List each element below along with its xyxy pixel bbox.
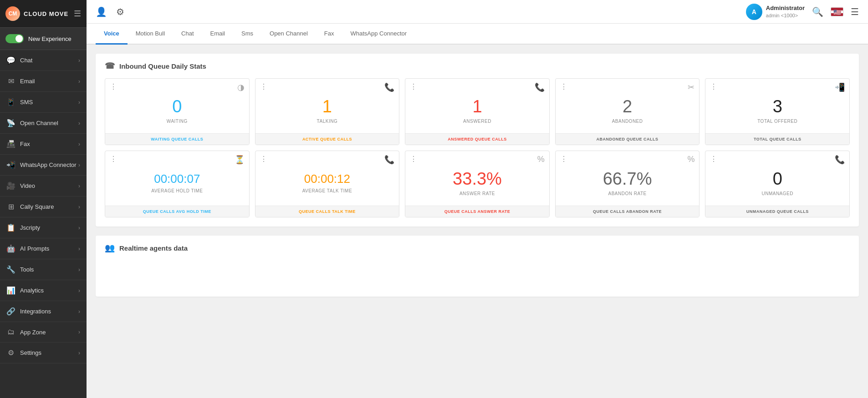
stat-footer-answered[interactable]: ANSWERED QUEUE CALLS [405,133,549,145]
new-experience-toggle[interactable]: New Experience [0,28,87,50]
tab-sms[interactable]: Sms [233,24,261,45]
realtime-content-placeholder [105,260,850,287]
sidebar-item-integrations[interactable]: 🔗 Integrations › [0,301,87,322]
stat-card-header-abandon-rate: ⋮ % [556,155,700,164]
sidebar-item-ai-prompts[interactable]: 🤖 AI Prompts › [0,238,87,259]
topbar-left: 👤 ⚙ [96,6,124,17]
stat-label-answered: ANSWERED [463,119,491,124]
realtime-title-text: Realtime agents data [119,244,188,252]
tab-motion-bull[interactable]: Motion Bull [128,24,173,45]
nav-item-left: 📡 Open Channel [6,119,58,127]
stat-label-avg-talk: AVERAGE TALK TIME [302,188,352,193]
nav-arrow-analytics: › [78,287,80,294]
tab-email[interactable]: Email [202,24,234,45]
sidebar-toggle-icon[interactable]: ☰ [74,9,81,19]
sidebar-item-analytics[interactable]: 📊 Analytics › [0,280,87,301]
nav-item-left: 🗂 App Zone [6,328,46,336]
sidebar-item-sms[interactable]: 📱 SMS › [0,92,87,113]
stat-label-abandon-rate: ABANDON RATE [608,191,647,196]
flag-icon[interactable]: 🇺🇸 [831,7,843,16]
sidebar-nav: 💬 Chat › ✉ Email › 📱 SMS › 📡 Open Channe… [0,50,87,398]
nav-arrow-cally-square: › [78,204,80,210]
stat-dots-abandoned[interactable]: ⋮ [560,82,568,91]
search-icon[interactable]: 🔍 [812,6,823,17]
sidebar-item-settings[interactable]: ⚙ Settings › [0,343,87,363]
sidebar-item-tools[interactable]: 🔧 Tools › [0,259,87,280]
nav-icon-chat: 💬 [6,56,15,65]
stat-card-header-avg-hold: ⋮ ⏳ [105,155,249,165]
sidebar-item-email[interactable]: ✉ Email › [0,71,87,92]
nav-icon-settings: ⚙ [6,348,15,357]
nav-label-settings: Settings [20,349,41,356]
stat-footer-unmanaged[interactable]: UNMANAGED QUEUE CALLS [705,206,849,217]
stat-value-talking: 1 [322,98,332,115]
stat-footer-answer-rate[interactable]: QUEUE CALLS ANSWER RATE [405,206,549,217]
sidebar-item-cally-square[interactable]: ⊞ Cally Square › [0,196,87,217]
sidebar-item-fax[interactable]: 📠 Fax › [0,134,87,155]
stat-dots-total-offered[interactable]: ⋮ [710,82,718,91]
stat-card-avg-talk: ⋮ 📞 00:00:12 AVERAGE TALK TIME QUEUE CAL… [255,151,400,217]
sidebar-item-whatsapp[interactable]: 📲 WhatsApp Connector › [0,155,87,176]
stat-footer-talking[interactable]: ACTIVE QUEUE CALLS [255,133,399,145]
stat-dots-talking[interactable]: ⋮ [260,82,268,91]
settings-icon[interactable]: ⚙ [116,6,124,17]
stat-label-avg-hold: AVERAGE HOLD TIME [151,188,203,193]
stat-dots-answer-rate[interactable]: ⋮ [410,155,418,163]
stat-footer-waiting[interactable]: WAITING QUEUE CALLS [105,133,249,145]
stat-dots-avg-talk[interactable]: ⋮ [260,155,268,163]
nav-label-whatsapp: WhatsApp Connector [20,161,77,168]
stat-dots-abandon-rate[interactable]: ⋮ [560,155,568,163]
nav-arrow-ai-prompts: › [78,246,80,252]
user-info[interactable]: A Administrator admin <1000> [746,4,805,20]
stat-card-header-total-offered: ⋮ 📲 [705,82,849,92]
stat-value-avg-talk: 00:00:12 [304,173,350,185]
toggle-switch[interactable] [5,34,24,43]
menu-icon[interactable]: ☰ [851,6,859,17]
nav-arrow-email: › [78,78,80,85]
stat-dots-answered[interactable]: ⋮ [410,82,418,91]
stat-card-header-avg-talk: ⋮ 📞 [255,155,399,165]
stat-dots-unmanaged[interactable]: ⋮ [710,155,718,163]
stat-value-answered: 1 [472,98,482,115]
nav-icon-tools: 🔧 [6,265,15,274]
nav-arrow-open-channel: › [78,120,80,126]
inbound-icon: ☎ [105,61,115,71]
realtime-icon: 👥 [105,243,115,253]
stat-value-abandoned: 2 [623,98,632,115]
nav-arrow-app-zone: › [78,329,80,335]
brand-title: CLOUD MOVE [24,10,68,17]
sidebar-item-chat[interactable]: 💬 Chat › [0,50,87,71]
nav-item-left: ✉ Email [6,77,35,86]
nav-item-left: 📋 Jscripty [6,223,40,232]
sidebar-item-app-zone[interactable]: 🗂 App Zone › [0,322,87,343]
stat-footer-abandon-rate[interactable]: QUEUE CALLS ABANDON RATE [556,206,700,217]
nav-icon-jscripty: 📋 [6,223,15,232]
main-content: 👤 ⚙ A Administrator admin <1000> 🔍 🇺🇸 ☰ … [87,0,868,398]
nav-arrow-integrations: › [78,308,80,315]
stat-card-abandon-rate: ⋮ % 66.7% ABANDON RATE QUEUE CALLS ABAND… [555,151,700,217]
stat-footer-total-offered[interactable]: TOTAL QUEUE CALLS [705,133,849,145]
tab-chat[interactable]: Chat [173,24,202,45]
tab-fax[interactable]: Fax [316,24,342,45]
sidebar-item-jscripty[interactable]: 📋 Jscripty › [0,217,87,238]
nav-item-left: 🔧 Tools [6,265,34,274]
nav-arrow-video: › [78,183,80,189]
nav-item-left: 📊 Analytics [6,286,44,295]
nav-item-left: 📲 WhatsApp Connector [6,161,77,169]
tab-open-channel[interactable]: Open Channel [261,24,316,45]
tab-voice[interactable]: Voice [96,24,128,45]
sidebar-item-open-channel[interactable]: 📡 Open Channel › [0,113,87,134]
stat-footer-avg-talk[interactable]: QUEUE CALLS TALK TIME [255,206,399,217]
tab-whatsapp-connector[interactable]: WhatsApp Connector [342,24,415,45]
stat-dots-waiting[interactable]: ⋮ [110,82,118,91]
users-icon[interactable]: 👤 [96,6,107,17]
sidebar-header: CM CLOUD MOVE ☰ [0,0,87,28]
sidebar-item-video[interactable]: 🎥 Video › [0,176,87,196]
nav-arrow-sms: › [78,99,80,106]
nav-label-analytics: Analytics [20,287,44,294]
stat-dots-avg-hold[interactable]: ⋮ [110,155,118,163]
realtime-section: 👥 Realtime agents data [96,236,859,297]
stat-footer-avg-hold[interactable]: QUEUE CALLS AVG HOLD TIME [105,206,249,217]
stat-label-answer-rate: ANSWER RATE [460,191,495,196]
stat-footer-abandoned[interactable]: ABANDONED QUEUE CALLS [556,133,700,145]
